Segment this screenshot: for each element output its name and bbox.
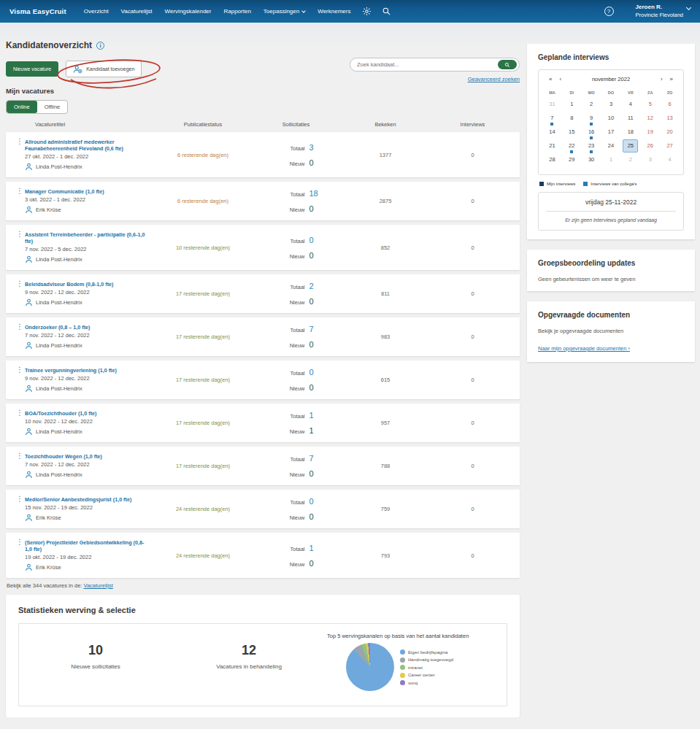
nav-item-rapporten[interactable]: Rapporten: [223, 8, 250, 15]
calendar-day[interactable]: 3: [640, 155, 660, 169]
drag-handle-icon[interactable]: ⋮: [16, 188, 23, 195]
total-label: Totaal: [290, 413, 304, 420]
brand-logo[interactable]: Visma EasyCruit: [9, 7, 66, 15]
calendar-day[interactable]: 2: [620, 155, 640, 169]
drag-handle-icon[interactable]: ⋮: [16, 366, 23, 374]
vacancy-title-link[interactable]: (Senior) Projectleider Gebiedsontwikkeli…: [25, 539, 150, 552]
new-label: Nieuw: [290, 299, 305, 306]
calendar-day[interactable]: 30: [582, 155, 601, 169]
calendar-day[interactable]: 22: [562, 142, 582, 155]
calendar-next-month-icon[interactable]: ›: [657, 76, 666, 82]
help-icon[interactable]: ?: [604, 7, 614, 16]
drag-handle-icon[interactable]: ⋮: [16, 138, 23, 145]
calendar-day[interactable]: 29: [562, 155, 582, 169]
calendar-day[interactable]: 10: [601, 114, 621, 128]
total-count: 7: [309, 454, 323, 463]
calendar-day[interactable]: 17: [601, 128, 621, 142]
statistics-card: Statistieken werving & selectie 10 Nieuw…: [6, 595, 520, 717]
calendar-day[interactable]: 31: [542, 100, 562, 114]
calendar-day-selected[interactable]: 25: [623, 139, 638, 153]
vacancy-title-link[interactable]: Toezichthouder Wegen (1,0 fte): [25, 453, 150, 460]
calendar-day[interactable]: 4: [620, 100, 640, 114]
page-title: Kandidatenoverzicht: [6, 40, 92, 50]
calendar-day[interactable]: 1: [601, 155, 621, 169]
chevron-down-icon: [686, 5, 691, 10]
calendar-day[interactable]: 7: [542, 114, 562, 128]
calendar-day[interactable]: 21: [542, 142, 562, 155]
drag-handle-icon[interactable]: ⋮: [16, 452, 23, 460]
advanced-search-link[interactable]: Geavanceerd zoeken: [350, 76, 520, 82]
drag-handle-icon[interactable]: ⋮: [16, 280, 23, 288]
views-count: 788: [345, 463, 426, 469]
calendar-month-label[interactable]: november 2022: [565, 76, 657, 82]
drag-handle-icon[interactable]: ⋮: [16, 409, 23, 417]
nav-item-wervingskalender[interactable]: Wervingskalender: [165, 8, 212, 15]
legend-label: Eigen bedrijfspagina: [408, 650, 447, 655]
calendar-day[interactable]: 20: [660, 128, 680, 142]
candidate-search-input[interactable]: [357, 61, 498, 68]
calendar-day[interactable]: 27: [660, 142, 680, 155]
calendar-next-year-icon[interactable]: »: [666, 76, 677, 82]
new-vacancy-button[interactable]: Nieuwe vacature: [6, 61, 58, 77]
nav-item-werknemers[interactable]: Werknemers: [318, 8, 350, 15]
nav-item-toepassingen[interactable]: Toepassingen: [264, 8, 305, 15]
stat-vacancies-in-progress: 12 Vacatures in behandeling: [172, 624, 326, 706]
vacancy-title-link[interactable]: Manager Communicatie (1,0 fte): [25, 188, 150, 195]
calendar-day[interactable]: 19: [640, 128, 660, 142]
calendar-day[interactable]: 11: [620, 114, 640, 128]
calendar-day[interactable]: 1: [562, 100, 582, 114]
calendar-day[interactable]: 15: [562, 128, 582, 142]
vacancy-title-link[interactable]: Medior/Senior Aanbestedingsjurist (1,0 f…: [25, 496, 150, 503]
vacancy-dates: 10 nov. 2022 - 12 dec. 2022: [25, 419, 159, 425]
calendar-prev-year-icon[interactable]: «: [545, 76, 555, 82]
vacaturelijst-link[interactable]: Vacaturelijst: [83, 582, 112, 589]
new-count: 0: [309, 204, 323, 213]
vacancy-title-link[interactable]: Onderzoeker (0,8 – 1,0 fte): [25, 324, 150, 331]
calendar-day[interactable]: 13: [660, 114, 680, 128]
new-count: 0: [309, 383, 323, 392]
calendar-day[interactable]: 16: [582, 128, 601, 142]
calendar-day[interactable]: 23: [582, 142, 601, 155]
person-add-icon: [73, 65, 82, 74]
calendar-day[interactable]: 2: [582, 100, 601, 114]
calendar-day[interactable]: 3: [601, 100, 621, 114]
vacancy-title-link[interactable]: BOA/Toezichthouder (1,0 fte): [25, 410, 150, 417]
calendar-day[interactable]: 4: [660, 155, 680, 169]
calendar-day[interactable]: 24: [601, 142, 621, 155]
calendar-day[interactable]: 8: [562, 114, 582, 128]
total-count: 0: [309, 368, 323, 377]
drag-handle-icon[interactable]: ⋮: [16, 323, 23, 331]
calendar-day[interactable]: 5: [640, 100, 660, 114]
calendar-day[interactable]: 9: [582, 114, 601, 128]
col-bekeken: Bekeken: [345, 121, 426, 128]
drag-handle-icon[interactable]: ⋮: [16, 495, 23, 503]
info-icon[interactable]: i: [96, 42, 104, 50]
vacancy-title-link[interactable]: Allround administratief medewerker Fauna…: [25, 139, 150, 152]
vacancy-title-link[interactable]: Assistent Terreinbeheerder - participati…: [25, 231, 150, 244]
vacancy-title-link[interactable]: Trainee vergunningverlening (1,0 fte): [25, 367, 150, 374]
nav-item-overzicht[interactable]: Overzicht: [84, 8, 109, 15]
drag-handle-icon[interactable]: ⋮: [16, 539, 23, 546]
requested-documents-link[interactable]: Naar mijn opgevraagde documenten ›: [538, 345, 630, 352]
vacancy-title-link[interactable]: Beleidsadviseur Bodem (0,8-1,0 fte): [25, 281, 150, 288]
calendar-day[interactable]: 26: [640, 142, 660, 155]
drag-handle-icon[interactable]: ⋮: [16, 231, 23, 238]
search-icon[interactable]: [382, 7, 391, 16]
search-submit-button[interactable]: [498, 60, 517, 69]
nav-item-vacaturelijst[interactable]: Vacaturelijst: [121, 8, 153, 15]
vacancy-row: ⋮Medior/Senior Aanbestedingsjurist (1,0 …: [6, 490, 520, 528]
calendar-day-header: VR: [620, 88, 640, 100]
calendar-prev-month-icon[interactable]: ‹: [555, 76, 565, 82]
recruiter-name: Linda Post-Hendrix: [36, 385, 82, 392]
calendar-day[interactable]: 28: [542, 155, 562, 169]
vacancy-row: ⋮Allround administratief medewerker Faun…: [6, 132, 520, 177]
toggle-online[interactable]: Online: [7, 101, 37, 113]
gear-icon[interactable]: [362, 7, 372, 16]
group-review-empty: Geen gebeurtenissen om weer te geven: [538, 276, 684, 282]
calendar-day[interactable]: 6: [660, 100, 680, 114]
calendar-day[interactable]: 14: [542, 128, 562, 142]
add-candidate-button[interactable]: Kandidaat toevoegen: [66, 61, 142, 77]
user-menu[interactable]: Jeroen R. Provincie Flevoland: [636, 4, 691, 18]
toggle-offline[interactable]: Offline: [37, 101, 68, 113]
calendar-day[interactable]: 12: [640, 114, 660, 128]
